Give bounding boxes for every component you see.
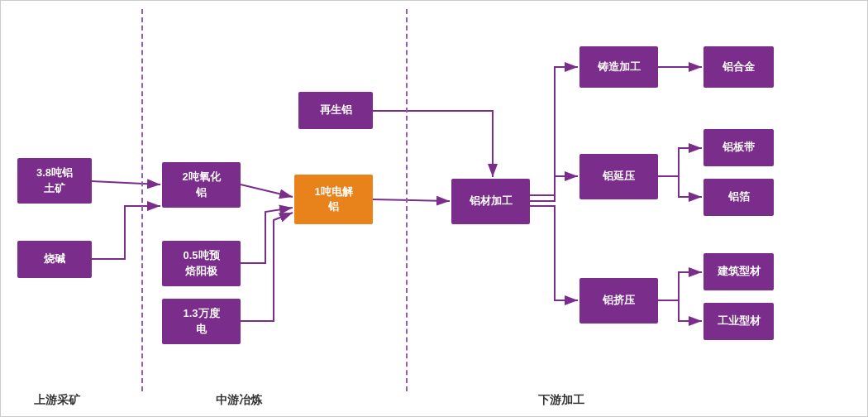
node-alumina: 2吨氧化铝 — [162, 162, 241, 208]
divider-2 — [406, 9, 408, 391]
stage-label-upstream: 上游采矿 — [34, 393, 80, 408]
svg-line-1 — [92, 181, 160, 185]
svg-line-2 — [241, 185, 293, 197]
node-caustic_soda: 烧碱 — [17, 241, 92, 278]
node-bauxite: 3.8吨铝土矿 — [17, 158, 92, 204]
node-electrolytic: 1吨电解铝 — [294, 175, 373, 224]
node-electricity: 1.3万度电 — [162, 299, 241, 344]
node-al_processing: 铝材加工 — [451, 179, 530, 224]
node-al_rolling: 铝延压 — [579, 154, 658, 199]
node-building_profile: 建筑型材 — [703, 253, 774, 290]
node-al_foil: 铝箔 — [703, 179, 774, 216]
node-industrial_profile: 工业型材 — [703, 303, 774, 340]
node-anode: 0.5吨预焙阳极 — [162, 241, 241, 286]
node-casting: 铸造加工 — [579, 46, 658, 88]
node-al_extrusion: 铝挤压 — [579, 278, 658, 324]
divider-1 — [141, 9, 143, 391]
node-al_plate: 铝板带 — [703, 129, 774, 166]
stage-label-midstream: 中游冶炼 — [216, 393, 262, 408]
stage-label-downstream: 下游加工 — [538, 393, 584, 408]
node-al_alloy: 铝合金 — [703, 46, 774, 88]
node-recycled_al: 再生铝 — [298, 92, 373, 129]
diagram-container: 3.8吨铝土矿烧碱2吨氧化铝0.5吨预焙阳极1.3万度电再生铝1吨电解铝铝材加工… — [0, 0, 868, 417]
svg-line-3 — [373, 199, 450, 201]
